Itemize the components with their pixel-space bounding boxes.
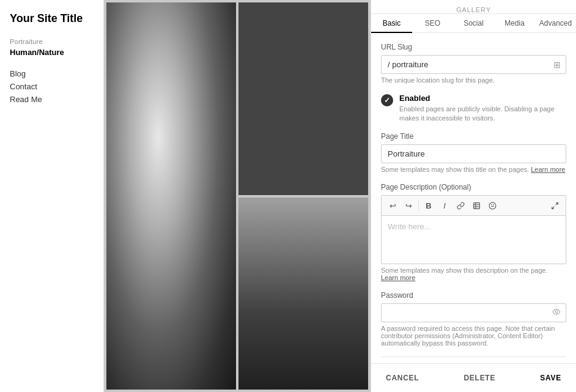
enabled-text: Enabled Enabled pages are publicly visib… (399, 94, 566, 122)
editor-toolbar: ↩ ↪ B I (381, 195, 566, 215)
gallery-grid (104, 0, 371, 392)
emoji-button[interactable] (485, 198, 500, 213)
gallery-image-hat (238, 198, 368, 390)
svg-line-9 (552, 206, 554, 209)
hat-bg (238, 198, 368, 390)
tab-advanced[interactable]: Advanced (535, 14, 576, 32)
enabled-row: Enabled Enabled pages are publicly visib… (381, 94, 566, 122)
delete-button[interactable]: DELETE (459, 371, 500, 385)
url-slug-input-wrap[interactable]: ⊞ (381, 55, 566, 74)
nav-active-item[interactable]: Human/Nature (10, 48, 94, 57)
cancel-button[interactable]: CANCEL (381, 371, 424, 385)
description-placeholder: Write here... (388, 222, 431, 231)
nav-link-blog[interactable]: Blog (10, 69, 94, 78)
panel-tabs: Basic SEO Social Media Advanced (371, 14, 576, 33)
dark-right-bg (238, 2, 368, 195)
tab-seo[interactable]: SEO (412, 14, 453, 32)
expand-button[interactable] (547, 198, 562, 213)
panel-footer: CANCEL DELETE SAVE (371, 363, 576, 392)
tab-media[interactable]: Media (494, 14, 535, 32)
enabled-description: Enabled pages are publicly visible. Disa… (399, 105, 555, 122)
enabled-label: Enabled (399, 94, 566, 103)
description-learn-more[interactable]: Learn more (381, 274, 415, 281)
right-panel: GALLERY Basic SEO Social Media Advanced … (371, 0, 576, 392)
svg-point-10 (555, 311, 558, 313)
italic-button[interactable]: I (437, 198, 452, 213)
tab-basic[interactable]: Basic (371, 14, 412, 32)
password-group: Password A password required to access t… (381, 291, 566, 347)
password-input[interactable] (382, 304, 547, 322)
url-slug-group: URL Slug ⊞ The unique location slug for … (381, 43, 566, 84)
copy-icon[interactable]: ⊞ (548, 60, 566, 70)
page-title-hint: Some templates may show this title on th… (381, 166, 566, 173)
url-slug-input[interactable] (382, 56, 548, 73)
table-button[interactable] (469, 198, 484, 213)
password-input-wrap[interactable] (381, 303, 566, 322)
sidebar: Your Site Title Portraiture Human/Nature… (0, 0, 104, 392)
nav-links: Blog Contact Read Me (10, 69, 94, 104)
toolbar-divider-1 (418, 201, 419, 210)
gallery-image-portrait (106, 2, 236, 390)
page-title-learn-more[interactable]: Learn more (531, 166, 565, 173)
svg-point-4 (489, 202, 496, 209)
password-toggle-icon[interactable] (547, 308, 566, 318)
gallery-preview (104, 0, 371, 392)
url-slug-hint: The unique location slug for this page. (381, 76, 566, 84)
page-description-hint: Some templates may show this description… (381, 267, 566, 281)
password-hint: A password required to access this page.… (381, 325, 566, 347)
nav-link-readme[interactable]: Read Me (10, 95, 94, 104)
nav-link-contact[interactable]: Contact (10, 82, 94, 91)
redo-button[interactable]: ↪ (401, 198, 416, 213)
url-slug-label: URL Slug (381, 43, 566, 51)
page-description-group: Page Description (Optional) ↩ ↪ B I (381, 183, 566, 281)
page-title-input[interactable] (382, 145, 566, 163)
enabled-checkbox[interactable] (381, 94, 393, 106)
panel-body: URL Slug ⊞ The unique location slug for … (371, 33, 576, 363)
page-title-input-wrap[interactable] (381, 144, 566, 163)
panel-header-label: GALLERY (371, 0, 576, 14)
page-description-label: Page Description (Optional) (381, 183, 566, 191)
link-button[interactable] (453, 198, 468, 213)
gallery-image-dark-right (238, 2, 368, 195)
nav-section-label: Portraiture (10, 38, 94, 45)
description-editor[interactable]: Write here... (381, 215, 566, 264)
svg-rect-0 (473, 202, 479, 209)
password-label: Password (381, 291, 566, 300)
page-title-label: Page Title (381, 132, 566, 141)
save-button[interactable]: SAVE (535, 371, 566, 385)
bold-button[interactable]: B (421, 198, 436, 213)
page-title-group: Page Title Some templates may show this … (381, 132, 566, 173)
section-divider (381, 357, 566, 357)
site-title: Your Site Title (10, 12, 94, 26)
tab-social[interactable]: Social (453, 14, 494, 32)
portrait-bg (106, 2, 236, 390)
undo-button[interactable]: ↩ (385, 198, 400, 213)
svg-line-8 (555, 202, 558, 205)
